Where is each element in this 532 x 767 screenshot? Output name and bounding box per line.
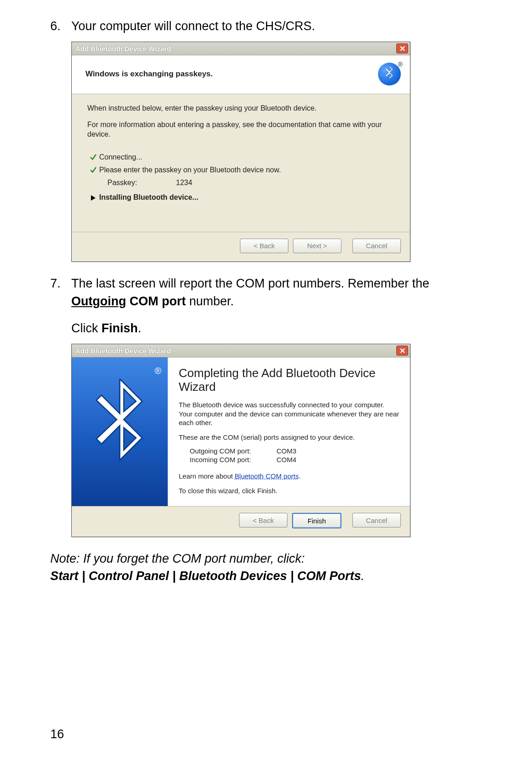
step-7: 7. The last screen will report the COM p… bbox=[50, 275, 482, 337]
titlebar-text: Add Bluetooth Device Wizard bbox=[75, 347, 396, 355]
status-connecting: Connecting... bbox=[87, 153, 394, 161]
dialog-header: Windows is exchanging passkeys. ® bbox=[72, 55, 410, 94]
learn-more: Learn more about Bluetooth COM ports. bbox=[179, 472, 400, 481]
dialog-paragraph-1: The Bluetooth device was successfully co… bbox=[179, 400, 400, 427]
titlebar: Add Bluetooth Device Wizard ✕ bbox=[72, 344, 410, 357]
step-7-outgoing: Outgoing bbox=[71, 294, 126, 308]
check-icon bbox=[87, 153, 99, 161]
dialog-paragraph-2: These are the COM (serial) ports assigne… bbox=[179, 433, 400, 442]
note-tail: . bbox=[361, 569, 365, 583]
status-enter-passkey: Please enter the passkey on your Bluetoo… bbox=[87, 166, 394, 174]
close-instruction: To close this wizard, click Finish. bbox=[179, 486, 400, 495]
step-7-text-a: The last screen will report the COM port… bbox=[71, 277, 429, 290]
bluetooth-icon-wrap: ® bbox=[372, 63, 401, 85]
close-icon: ✕ bbox=[399, 44, 405, 53]
step-7-comport: COM port bbox=[126, 294, 186, 308]
titlebar-text: Add Bluetooth Device Wizard bbox=[75, 45, 396, 53]
outgoing-port-row: Outgoing COM port: COM3 bbox=[190, 447, 400, 455]
cancel-button[interactable]: Cancel bbox=[352, 239, 401, 253]
dialog-banner: ® bbox=[72, 357, 168, 506]
step-7-finish: Finish bbox=[101, 321, 138, 335]
step-7-text-d: number. bbox=[186, 294, 234, 308]
cancel-button-label: Cancel bbox=[366, 242, 388, 250]
status-installing: Installing Bluetooth device... bbox=[87, 193, 394, 202]
finish-button-label: Finish bbox=[308, 517, 326, 525]
button-bar: < Back Next > Cancel bbox=[72, 232, 410, 261]
bluetooth-glyph-icon bbox=[383, 66, 396, 82]
registered-mark: ® bbox=[398, 61, 403, 68]
check-icon bbox=[87, 166, 99, 174]
next-button-label: Next > bbox=[307, 242, 327, 250]
dialog-header-text: Windows is exchanging passkeys. bbox=[85, 69, 372, 79]
passkey-row: Passkey: 1234 bbox=[107, 179, 394, 187]
step-7-body: The last screen will report the COM port… bbox=[71, 275, 482, 337]
dialog-body: When instructed below, enter the passkey… bbox=[72, 94, 410, 232]
status-list: Connecting... Please enter the passkey o… bbox=[87, 153, 394, 202]
status-enter-passkey-text: Please enter the passkey on your Bluetoo… bbox=[99, 166, 281, 174]
note-line-1: Note: If you forget the COM port number,… bbox=[50, 550, 482, 567]
cancel-button-label: Cancel bbox=[366, 517, 388, 524]
titlebar: Add Bluetooth Device Wizard ✕ bbox=[72, 42, 410, 55]
incoming-port-value: COM4 bbox=[277, 456, 296, 463]
next-button[interactable]: Next > bbox=[293, 239, 341, 253]
close-button[interactable]: ✕ bbox=[396, 43, 408, 53]
dialog-heading: Completing the Add Bluetooth Device Wiza… bbox=[179, 367, 400, 394]
step-7-number: 7. bbox=[50, 275, 71, 337]
dialog-top: ® Completing the Add Bluetooth Device Wi… bbox=[72, 357, 410, 506]
note: Note: If you forget the COM port number,… bbox=[50, 550, 482, 585]
passkey-label: Passkey: bbox=[107, 179, 176, 187]
bluetooth-glyph-icon bbox=[85, 379, 154, 470]
step-7-click: Click bbox=[71, 321, 101, 335]
close-icon: ✕ bbox=[399, 346, 405, 355]
wizard-dialog-passkeys: Add Bluetooth Device Wizard ✕ Windows is… bbox=[71, 42, 410, 262]
note-path: Start | Control Panel | Bluetooth Device… bbox=[50, 569, 361, 583]
status-installing-text: Installing Bluetooth device... bbox=[99, 193, 198, 202]
back-button-label: < Back bbox=[253, 517, 274, 524]
back-button[interactable]: < Back bbox=[240, 239, 288, 253]
incoming-port-row: Incoming COM port: COM4 bbox=[190, 456, 400, 463]
close-button[interactable]: ✕ bbox=[396, 346, 408, 356]
status-connecting-text: Connecting... bbox=[99, 153, 142, 161]
instruction-2: For more information about entering a pa… bbox=[87, 120, 394, 139]
instruction-1: When instructed below, enter the passkey… bbox=[87, 103, 394, 113]
cancel-button[interactable]: Cancel bbox=[352, 513, 401, 527]
arrow-right-icon bbox=[87, 193, 99, 201]
learn-text-b: . bbox=[299, 472, 301, 480]
step-7-tail: . bbox=[138, 321, 142, 335]
dialog-content: Completing the Add Bluetooth Device Wiza… bbox=[168, 357, 410, 506]
step-6-text: Your computer will connect to the CHS/CR… bbox=[71, 17, 482, 35]
step-6: 6. Your computer will connect to the CHS… bbox=[50, 17, 482, 35]
passkey-value: 1234 bbox=[176, 179, 192, 187]
finish-button[interactable]: Finish bbox=[292, 513, 341, 528]
note-line-2: Start | Control Panel | Bluetooth Device… bbox=[50, 567, 482, 585]
bluetooth-com-ports-link[interactable]: Bluetooth COM ports bbox=[235, 472, 299, 480]
page-number: 16 bbox=[50, 727, 64, 741]
wizard-dialog-complete: Add Bluetooth Device Wizard ✕ ® Completi… bbox=[71, 344, 410, 537]
registered-mark: ® bbox=[154, 366, 161, 376]
back-button-label: < Back bbox=[254, 242, 275, 250]
outgoing-port-label: Outgoing COM port: bbox=[190, 447, 277, 455]
incoming-port-label: Incoming COM port: bbox=[190, 456, 277, 463]
back-button[interactable]: < Back bbox=[239, 513, 287, 527]
bluetooth-icon bbox=[378, 63, 401, 85]
step-6-number: 6. bbox=[50, 17, 71, 35]
learn-text-a: Learn more about bbox=[179, 472, 235, 480]
outgoing-port-value: COM3 bbox=[277, 447, 296, 455]
button-bar: < Back Finish Cancel bbox=[72, 506, 410, 537]
